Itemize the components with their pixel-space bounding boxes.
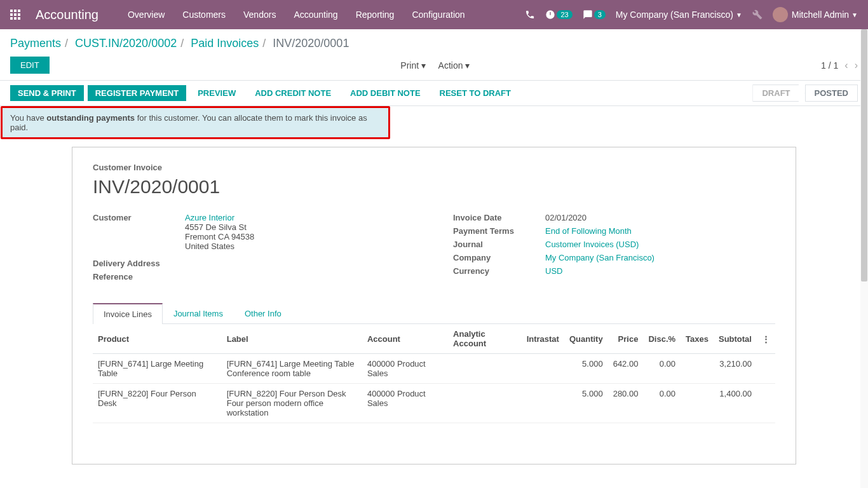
cell-disc: 0.00 <box>643 384 681 423</box>
col-product[interactable]: Product <box>93 324 222 354</box>
form-sheet: Customer Invoice INV/2020/0001 Customer … <box>72 147 796 464</box>
table-row[interactable]: [FURN_8220] Four Person Desk[FURN_8220] … <box>93 384 775 423</box>
company-switcher[interactable]: My Company (San Francisco)▼ <box>616 10 742 20</box>
cell-account: 400000 Product Sales <box>362 384 448 423</box>
pager-value: 1 / 1 <box>821 60 838 71</box>
breadcrumb-link[interactable]: Payments <box>10 37 61 50</box>
cell-taxes <box>681 384 714 423</box>
currency-link[interactable]: USD <box>545 266 562 276</box>
action-dropdown[interactable]: Action ▾ <box>433 58 475 73</box>
print-dropdown[interactable]: Print ▾ <box>395 58 431 73</box>
chat-icon[interactable]: 3 <box>583 10 606 20</box>
tabs: Invoice Lines Journal Items Other Info <box>93 303 775 324</box>
preview-button[interactable]: PREVIEW <box>190 85 243 101</box>
nav-configuration[interactable]: Configuration <box>405 6 471 24</box>
tab-journal-items[interactable]: Journal Items <box>163 303 234 324</box>
invoice-number: INV/2020/0001 <box>93 176 775 198</box>
debug-icon[interactable] <box>752 10 763 20</box>
cell-account: 400000 Product Sales <box>362 354 448 384</box>
breadcrumb: Payments/ CUST.IN/2020/0002/ Paid Invoic… <box>0 29 868 53</box>
col-subtotal[interactable]: Subtotal <box>714 324 757 354</box>
status-posted[interactable]: POSTED <box>805 85 858 102</box>
phone-icon[interactable] <box>525 10 535 20</box>
customer-label: Customer <box>93 213 185 251</box>
activity-badge: 23 <box>557 10 572 19</box>
payment-terms-label: Payment Terms <box>453 226 545 236</box>
invoice-lines-table: Product Label Account Analytic Account I… <box>93 324 775 423</box>
left-column: Customer Azure Interior 4557 De Silva St… <box>93 213 415 285</box>
add-credit-note-button[interactable]: ADD CREDIT NOTE <box>247 85 339 101</box>
edit-button[interactable]: EDIT <box>10 57 50 74</box>
outstanding-payments-banner[interactable]: You have outstanding payments for this c… <box>1 106 390 139</box>
col-account[interactable]: Account <box>362 324 448 354</box>
cell-price: 280.00 <box>608 384 644 423</box>
nav-customers[interactable]: Customers <box>176 6 232 24</box>
status-draft[interactable]: DRAFT <box>752 85 804 102</box>
invoice-date-value: 02/01/2020 <box>545 213 775 222</box>
cell-quantity: 5.000 <box>564 354 608 384</box>
col-label[interactable]: Label <box>222 324 362 354</box>
pager-next-icon[interactable]: › <box>855 60 858 71</box>
col-taxes[interactable]: Taxes <box>681 324 714 354</box>
tab-other-info[interactable]: Other Info <box>234 303 292 324</box>
address-line: 4557 De Silva St <box>185 222 415 232</box>
company-link[interactable]: My Company (San Francisco) <box>545 253 654 262</box>
breadcrumb-link[interactable]: CUST.IN/2020/0002 <box>75 37 177 50</box>
cell-quantity: 5.000 <box>564 384 608 423</box>
button-bar: SEND & PRINT REGISTER PAYMENT PREVIEW AD… <box>0 80 868 106</box>
cell-analytic <box>448 384 522 423</box>
reset-draft-button[interactable]: RESET TO DRAFT <box>432 85 519 101</box>
cell-intrastat <box>522 384 564 423</box>
right-column: Invoice Date02/01/2020 Payment TermsEnd … <box>453 213 775 285</box>
table-row[interactable]: [FURN_6741] Large Meeting Table[FURN_674… <box>93 354 775 384</box>
topbar-right: 23 3 My Company (San Francisco)▼ Mitchel… <box>525 7 858 22</box>
breadcrumb-link[interactable]: Paid Invoices <box>191 37 259 50</box>
company-label: Company <box>453 253 545 262</box>
cell-analytic <box>448 354 522 384</box>
invoice-type-label: Customer Invoice <box>93 163 775 172</box>
scrollbar[interactable] <box>860 29 868 488</box>
col-intrastat[interactable]: Intrastat <box>522 324 564 354</box>
pager-prev-icon[interactable]: ‹ <box>844 60 848 71</box>
cell-intrastat <box>522 354 564 384</box>
register-payment-button[interactable]: REGISTER PAYMENT <box>88 85 186 101</box>
cell-product: [FURN_6741] Large Meeting Table <box>93 354 222 384</box>
user-menu[interactable]: Mitchell Admin▼ <box>773 7 858 22</box>
nav-reporting[interactable]: Reporting <box>349 6 401 24</box>
col-disc[interactable]: Disc.% <box>643 324 681 354</box>
tab-invoice-lines[interactable]: Invoice Lines <box>93 303 163 324</box>
pager: 1 / 1 ‹ › <box>821 60 858 71</box>
apps-icon[interactable] <box>10 10 20 20</box>
caret-down-icon: ▼ <box>851 11 858 18</box>
caret-down-icon: ▾ <box>421 60 426 71</box>
journal-link[interactable]: Customer Invoices (USD) <box>545 240 639 249</box>
send-print-button[interactable]: SEND & PRINT <box>10 85 84 101</box>
col-analytic[interactable]: Analytic Account <box>448 324 522 354</box>
currency-label: Currency <box>453 266 545 276</box>
caret-down-icon: ▾ <box>465 60 470 71</box>
customer-link[interactable]: Azure Interior <box>185 213 234 222</box>
nav-overview[interactable]: Overview <box>121 6 171 24</box>
payment-terms-link[interactable]: End of Following Month <box>545 226 632 236</box>
add-debit-note-button[interactable]: ADD DEBIT NOTE <box>342 85 428 101</box>
control-panel: EDIT Print ▾ Action ▾ 1 / 1 ‹ › <box>0 53 868 80</box>
cell-taxes <box>681 354 714 384</box>
delivery-address-label: Delivery Address <box>93 259 185 268</box>
avatar <box>773 7 788 22</box>
cell-price: 642.00 <box>608 354 644 384</box>
nav-accounting[interactable]: Accounting <box>287 6 344 24</box>
invoice-date-label: Invoice Date <box>453 213 545 222</box>
chat-badge: 3 <box>594 10 606 19</box>
cell-label: [FURN_6741] Large Meeting TableConferenc… <box>222 354 362 384</box>
col-price[interactable]: Price <box>608 324 644 354</box>
reference-label: Reference <box>93 272 185 281</box>
cell-disc: 0.00 <box>643 354 681 384</box>
activity-icon[interactable]: 23 <box>545 10 572 20</box>
nav-vendors[interactable]: Vendors <box>237 6 282 24</box>
cell-subtotal: 3,210.00 <box>714 354 757 384</box>
address-line: Fremont CA 94538 <box>185 232 415 241</box>
col-quantity[interactable]: Quantity <box>564 324 608 354</box>
kebab-icon[interactable]: ⋮ <box>757 324 775 354</box>
journal-label: Journal <box>453 240 545 249</box>
app-name: Accounting <box>36 8 98 22</box>
